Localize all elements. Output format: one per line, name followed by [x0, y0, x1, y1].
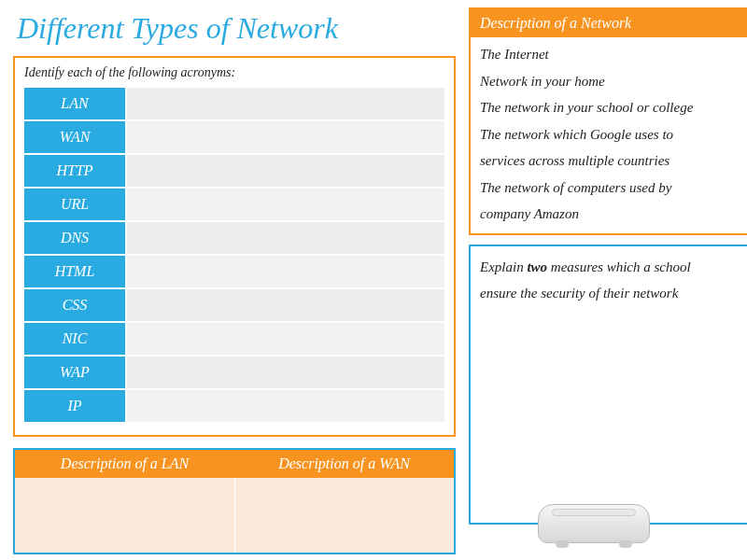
acronym-answer-cell[interactable]: [127, 155, 444, 187]
acronym-answer-cell[interactable]: [127, 256, 444, 287]
table-row: HTTP: [24, 155, 444, 187]
table-row: URL: [24, 189, 444, 220]
table-row: CSS: [24, 289, 444, 321]
security-prompt-line: ensure the security of their network: [480, 280, 747, 307]
security-prompt-line: Explain two measures which a school: [480, 254, 747, 281]
acronym-answer-cell[interactable]: [127, 88, 444, 119]
acronym-label: WAP: [24, 357, 125, 388]
acronym-label: HTTP: [24, 155, 125, 187]
wan-answer-cell[interactable]: [235, 478, 455, 553]
acronym-instruction: Identify each of the following acronyms:: [24, 65, 444, 80]
acronym-label: CSS: [24, 289, 125, 321]
acronym-answer-cell[interactable]: [127, 323, 444, 355]
acronym-label: DNS: [24, 222, 125, 254]
acronym-answer-cell[interactable]: [127, 189, 444, 220]
acronym-label: IP: [24, 390, 125, 422]
security-panel[interactable]: Explain two measures which a school ensu…: [469, 245, 747, 525]
list-item: Network in your home: [480, 68, 747, 95]
table-row: HTML: [24, 256, 444, 287]
acronym-label: HTML: [24, 256, 125, 287]
acronym-label: WAN: [24, 121, 125, 153]
lan-header: Description of a LAN: [15, 450, 234, 478]
table-row: LAN: [24, 88, 444, 119]
lan-wan-panel: Description of a LAN Description of a WA…: [13, 448, 456, 554]
table-row: WAN: [24, 121, 444, 153]
table-row: DNS: [24, 222, 444, 254]
list-item: The network in your school or college: [480, 94, 747, 121]
acronym-label: URL: [24, 189, 125, 220]
list-item: The network of computers used by: [480, 175, 747, 202]
list-item: services across multiple countries: [480, 147, 747, 175]
acronym-panel: Identify each of the following acronyms:…: [13, 56, 456, 437]
network-description-header: Description of a Network: [471, 9, 747, 37]
acronym-label: NIC: [24, 323, 125, 355]
table-row: IP: [24, 390, 444, 422]
table-row: WAP: [24, 357, 444, 388]
list-item: The network which Google uses to: [480, 121, 747, 148]
list-item: company Amazon: [480, 201, 747, 228]
wan-header: Description of a WAN: [234, 450, 454, 478]
network-description-panel: Description of a Network The Internet Ne…: [469, 7, 747, 235]
acronym-answer-cell[interactable]: [127, 390, 444, 422]
acronym-label: LAN: [24, 88, 125, 119]
acronym-answer-cell[interactable]: [127, 289, 444, 321]
acronym-answer-cell[interactable]: [127, 222, 444, 254]
acronym-answer-cell[interactable]: [127, 121, 444, 153]
router-icon: [538, 504, 650, 560]
list-item: The Internet: [480, 41, 747, 68]
lan-answer-cell[interactable]: [15, 478, 235, 553]
acronym-answer-cell[interactable]: [127, 357, 444, 388]
table-row: NIC: [24, 323, 444, 355]
